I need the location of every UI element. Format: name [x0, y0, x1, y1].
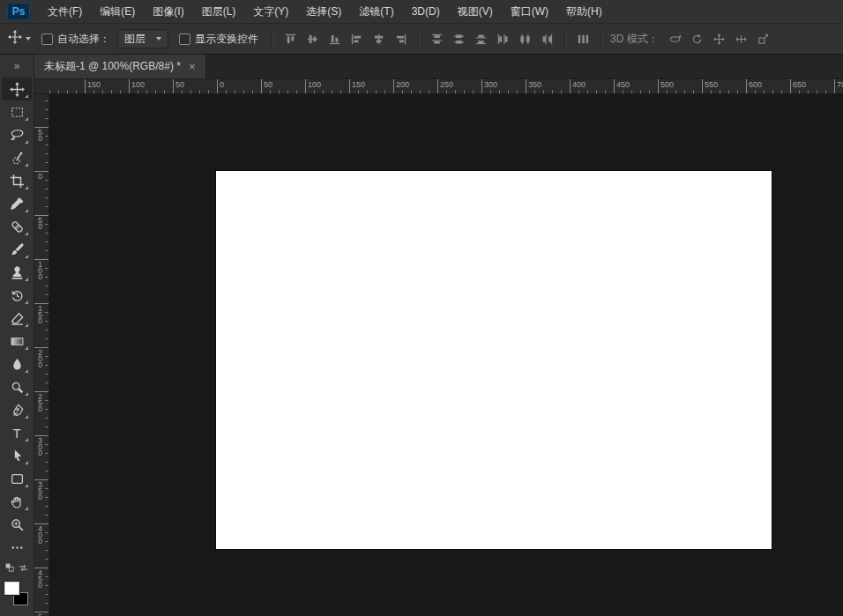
align-right-icon	[394, 33, 407, 46]
distribute-top-button[interactable]	[426, 29, 448, 48]
marquee-tool[interactable]	[2, 100, 32, 123]
canvas-area[interactable]	[49, 94, 843, 616]
menu-item-8[interactable]: 3D(D)	[403, 0, 449, 23]
crop-tool[interactable]	[2, 169, 32, 192]
brush-icon	[10, 242, 25, 257]
ruler-tick	[45, 374, 48, 375]
hand-tool[interactable]	[2, 490, 32, 513]
align-right-button[interactable]	[390, 29, 412, 48]
default-colors-icon[interactable]	[4, 561, 16, 577]
gradient-tool[interactable]	[2, 330, 32, 353]
show-transform-checkbox[interactable]	[179, 33, 190, 45]
ruler-label: 150	[352, 80, 365, 89]
distribute-right-button[interactable]	[536, 29, 558, 48]
ruler-tick	[711, 90, 712, 93]
3d-slide-button[interactable]	[730, 29, 752, 48]
edit-toolbar[interactable]	[2, 536, 32, 559]
menu-item-2[interactable]: 编辑(E)	[91, 0, 144, 23]
3d-rotate-button[interactable]	[664, 29, 686, 48]
ruler-tick	[746, 79, 747, 93]
dodge-tool[interactable]	[2, 375, 32, 398]
brush-tool[interactable]	[2, 238, 32, 261]
ruler-tick	[631, 90, 632, 93]
menu-item-1[interactable]: 文件(F)	[39, 0, 91, 23]
quick-selection-tool[interactable]	[2, 146, 32, 169]
menu-item-3[interactable]: 图像(I)	[144, 0, 192, 23]
ruler-tick	[102, 90, 103, 93]
eyedropper-icon	[10, 197, 25, 212]
menu-item-4[interactable]: 图层(L)	[193, 0, 245, 23]
type-tool[interactable]: T	[2, 421, 32, 444]
zoom-tool[interactable]	[2, 513, 32, 536]
blur-tool[interactable]	[2, 353, 32, 375]
ruler-tick	[587, 90, 588, 93]
ruler-tick	[675, 90, 676, 93]
3d-roll-button[interactable]	[686, 29, 708, 48]
ruler-tick	[45, 576, 48, 577]
menu-item-11[interactable]: 帮助(H)	[557, 0, 611, 23]
ruler-tick	[376, 90, 377, 93]
menu-item-6[interactable]: 选择(S)	[297, 0, 350, 23]
move-tool[interactable]	[2, 78, 32, 100]
auto-select-target-dropdown[interactable]: 图层	[117, 29, 168, 48]
menu-item-7[interactable]: 滤镜(T)	[350, 0, 402, 23]
menu-item-5[interactable]: 文字(Y)	[244, 0, 297, 23]
distribute-spacing-button[interactable]	[572, 29, 594, 48]
menu-item-9[interactable]: 视图(V)	[449, 0, 502, 23]
foreground-color-swatch[interactable]	[4, 582, 19, 595]
ruler-label: 100	[131, 80, 145, 89]
path-selection-tool[interactable]	[2, 444, 32, 467]
menu-item-10[interactable]: 窗口(W)	[502, 0, 557, 23]
ruler-tick	[781, 90, 782, 93]
ruler-tick	[45, 312, 48, 313]
canvas-document[interactable]	[216, 171, 772, 549]
ruler-tick	[45, 497, 48, 498]
eraser-tool[interactable]	[2, 307, 32, 330]
shape-tool[interactable]	[2, 467, 32, 490]
ruler-label: 500	[660, 80, 674, 89]
ruler-label: 50	[175, 80, 184, 89]
ruler-label: 700	[837, 80, 843, 89]
ellipsis-icon	[10, 540, 25, 555]
ruler-tick	[76, 90, 77, 93]
lasso-tool[interactable]	[2, 123, 32, 146]
ruler-label: 5 0	[38, 130, 42, 142]
eyedropper-tool[interactable]	[2, 192, 32, 215]
ruler-tick	[473, 90, 474, 93]
history-brush-tool[interactable]	[2, 284, 32, 307]
ruler-tick	[552, 90, 553, 93]
clone-stamp-tool[interactable]	[2, 261, 32, 284]
healing-brush-tool[interactable]	[2, 215, 32, 238]
ruler-tick	[45, 145, 48, 145]
align-top-button[interactable]	[280, 29, 302, 48]
ruler-tick	[640, 90, 641, 93]
align-icon-group	[280, 29, 412, 48]
align-vertical-center-button[interactable]	[302, 29, 324, 48]
ruler-tick	[411, 90, 412, 93]
ruler-tick	[45, 233, 48, 234]
distribute-left-button[interactable]	[492, 29, 514, 48]
3d-drag-button[interactable]	[708, 29, 730, 48]
horizontal-ruler[interactable]: 1501005005010015020025030035040045050055…	[34, 79, 843, 94]
close-tab-icon[interactable]: ×	[189, 61, 196, 72]
distribute-horizontal-center-button[interactable]	[514, 29, 536, 48]
tool-preset-picker[interactable]	[8, 30, 31, 48]
ruler-label: 1 0 0	[38, 262, 42, 280]
distribute-vertical-center-button[interactable]	[448, 29, 470, 48]
document-tab[interactable]: 未标题-1 @ 100%(RGB/8#) * ×	[34, 55, 206, 78]
align-horizontal-center-button[interactable]	[368, 29, 390, 48]
ruler-tick	[402, 90, 403, 93]
3d-roll-icon	[690, 33, 704, 46]
distribute-bottom-button[interactable]	[470, 29, 492, 48]
vertical-ruler[interactable]: 5 005 01 0 01 5 02 0 02 5 03 0 03 5 04 0…	[34, 94, 49, 616]
ruler-tick	[340, 90, 341, 93]
auto-select-checkbox[interactable]	[41, 33, 53, 45]
3d-scale-button[interactable]	[752, 29, 774, 48]
collapse-toolbar-button[interactable]: »	[0, 55, 34, 78]
ruler-tick	[45, 206, 48, 207]
align-left-button[interactable]	[346, 29, 368, 48]
swap-colors-icon[interactable]	[18, 561, 29, 577]
pen-tool[interactable]	[2, 398, 32, 421]
ruler-tick	[93, 90, 94, 93]
align-bottom-button[interactable]	[324, 29, 346, 48]
